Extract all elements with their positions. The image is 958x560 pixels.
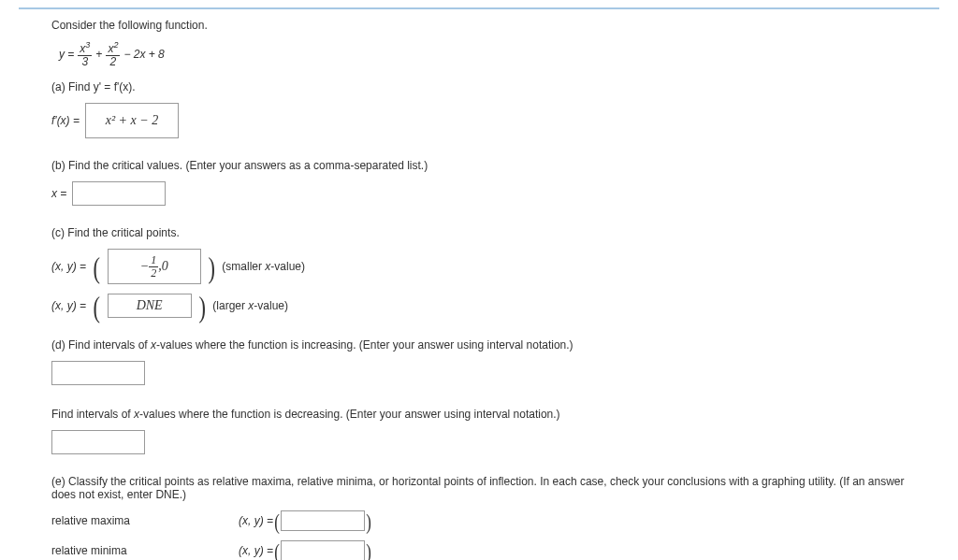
part-c-row1-frac-num: 1 — [149, 254, 158, 267]
part-a-prompt: (a) Find y' = f'(x). — [51, 80, 907, 93]
part-b-lhs: x = — [51, 187, 66, 200]
open-paren-icon: ( — [274, 513, 280, 531]
part-c-row1-neg: − — [140, 259, 149, 274]
part-e-lhs-maxima: (x, y) = — [239, 514, 273, 527]
part-e-maxima-box[interactable] — [281, 510, 365, 531]
close-paren-icon: ) — [208, 256, 214, 280]
part-e-lhs-minima: (x, y) = — [239, 544, 273, 557]
eq-term2-num-sup: 2 — [113, 40, 118, 50]
part-c: (c) Find the critical points. (x, y) = (… — [51, 226, 907, 318]
part-a-answer-box[interactable]: x² + x − 2 — [85, 103, 179, 138]
part-e-row-minima: relative minima (x, y) = ( ) — [51, 540, 907, 560]
eq-plus1: + — [95, 48, 102, 61]
part-a: (a) Find y' = f'(x). f'(x) = x² + x − 2 — [51, 80, 907, 138]
open-paren-icon: ( — [94, 295, 100, 320]
eq-term2-den: 2 — [109, 56, 119, 68]
open-paren-icon: ( — [274, 543, 280, 560]
close-paren-icon: ) — [366, 513, 371, 531]
part-c-row1-suffix: ,0 — [158, 259, 168, 274]
part-e-prompt: (e) Classify the critical points as rela… — [51, 475, 907, 501]
part-c-row2: (x, y) = ( DNE ) (larger x-value) — [51, 294, 907, 318]
part-c-prompt: (c) Find the critical points. — [51, 226, 907, 239]
part-e: (e) Classify the critical points as rela… — [51, 475, 907, 560]
part-e-label-minima: relative minima — [51, 544, 239, 557]
eq-term1-num-sup: 3 — [85, 40, 90, 50]
open-paren-icon: ( — [94, 256, 100, 280]
part-d-prompt: (d) Find intervals of x-values where the… — [51, 338, 907, 352]
problem-content: Consider the following function. y = x3 … — [0, 9, 958, 560]
part-d-increasing-box[interactable] — [51, 361, 145, 385]
eq-term2-frac: x2 2 — [106, 41, 120, 67]
eq-term1-den: 3 — [80, 56, 91, 68]
close-paren-icon: ) — [366, 543, 371, 560]
eq-term1-frac: x3 3 — [78, 41, 92, 67]
part-b-answer-box[interactable] — [72, 181, 166, 206]
part-e-row-maxima: relative maxima (x, y) = ( ) — [51, 510, 907, 531]
eq-lhs: y = — [59, 48, 74, 61]
part-c-row1-lhs: (x, y) = — [51, 260, 86, 273]
intro-text: Consider the following function. — [51, 19, 907, 32]
part-c-row1-frac: 1 2 — [149, 254, 158, 279]
part-e-label-maxima: relative maxima — [51, 514, 239, 527]
part-c-row1-answer-box[interactable]: − 1 2 ,0 — [108, 249, 201, 284]
part-d-prompt2: Find intervals of x-values where the fun… — [51, 408, 907, 421]
part-b: (b) Find the critical values. (Enter you… — [51, 159, 907, 206]
part-b-prompt: (b) Find the critical values. (Enter you… — [51, 159, 907, 172]
part-a-lhs: f'(x) = — [51, 114, 80, 127]
close-paren-icon: ) — [198, 295, 205, 320]
part-c-row1-frac-den: 2 — [149, 267, 158, 280]
part-c-row2-lhs: (x, y) = — [51, 299, 86, 312]
part-c-row2-answer-box[interactable]: DNE — [108, 294, 192, 318]
part-d-decreasing-box[interactable] — [51, 430, 145, 454]
part-d: (d) Find intervals of x-values where the… — [51, 338, 907, 454]
eq-rest: − 2x + 8 — [123, 48, 164, 61]
part-e-minima-box[interactable] — [281, 540, 365, 560]
part-c-row1: (x, y) = ( − 1 2 ,0 ) (smaller x-value) — [51, 249, 907, 284]
function-equation: y = x3 3 + x2 2 − 2x + 8 — [59, 41, 907, 67]
